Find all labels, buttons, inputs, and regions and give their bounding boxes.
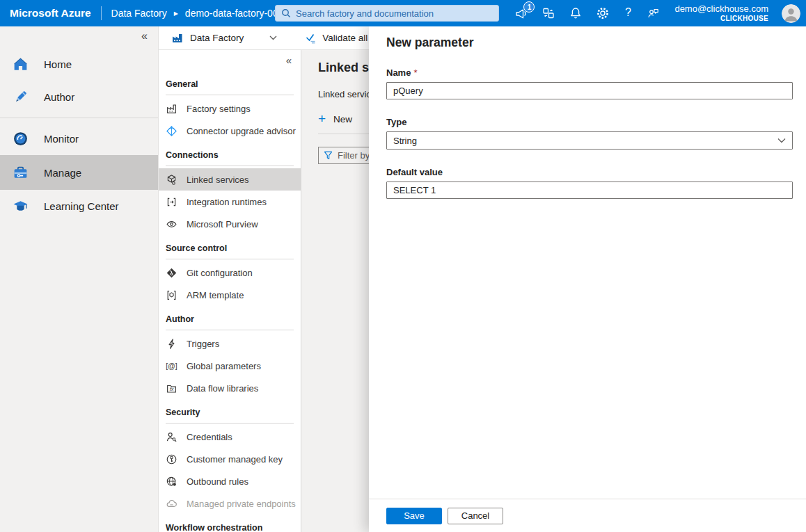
nav-item-managed-private-endpoints: Managed private endpoints	[159, 492, 301, 515]
nav-item-label: Data flow libraries	[187, 383, 258, 394]
topbar-actions: 1 ?	[514, 0, 806, 26]
validate-check-icon	[305, 32, 317, 44]
validate-all-button[interactable]: Validate all	[305, 32, 368, 44]
manage-sidebar-collapse-icon[interactable]: «	[286, 54, 292, 66]
plus-icon: +	[318, 113, 326, 124]
microsoft-azure-logo[interactable]: Microsoft Azure	[0, 7, 91, 19]
default-value-input[interactable]	[386, 182, 793, 199]
pencil-icon	[12, 88, 29, 106]
name-input[interactable]	[386, 82, 793, 99]
section-divider	[166, 259, 294, 259]
nav-item-arm-template[interactable]: ARM template	[159, 284, 301, 306]
help-button[interactable]: ?	[623, 6, 633, 20]
diamond-icon	[166, 125, 177, 137]
chevron-down-icon	[269, 35, 277, 40]
nav-item-linked-services[interactable]: Linked services	[159, 168, 301, 191]
nav-item-data-flow-libraries[interactable]: fx Data flow libraries	[159, 377, 301, 399]
section-header-connections: Connections	[166, 150, 294, 161]
account-tenant: CLICKHOUSE	[674, 15, 768, 24]
sidebar-divider	[0, 118, 158, 118]
account-email: demo@clickhouse.com	[674, 3, 768, 15]
credentials-icon	[166, 431, 177, 443]
avatar[interactable]	[782, 4, 800, 23]
account-info[interactable]: demo@clickhouse.com CLICKHOUSE	[674, 3, 768, 24]
search-input[interactable]	[296, 8, 493, 19]
nav-item-label: ARM template	[187, 290, 244, 300]
nav-item-triggers[interactable]: Triggers	[159, 332, 301, 355]
nav-item-label: Microsoft Purview	[187, 219, 258, 229]
graduation-cap-icon	[12, 198, 29, 215]
gauge-icon	[12, 130, 29, 147]
new-button-label: New	[333, 114, 352, 124]
nav-item-label: Git configuration	[187, 268, 253, 278]
arm-template-icon	[166, 289, 177, 301]
global-search-box[interactable]	[275, 5, 499, 22]
integration-runtimes-icon	[166, 196, 177, 208]
breadcrumb-factory-name[interactable]: demo-data-factory-00	[185, 8, 278, 19]
breadcrumb-caret-icon: ▶	[174, 10, 178, 17]
feedback-icon	[646, 6, 660, 20]
nav-item-label: Integration runtimes	[187, 197, 267, 207]
sidebar-item-manage[interactable]: Manage	[0, 155, 158, 190]
manage-sidebar: « General Factory settings	[159, 50, 301, 532]
cancel-button[interactable]: Cancel	[448, 508, 503, 524]
eye-icon	[166, 218, 177, 230]
section-header-workflow-orchestration-manager: Workflow orchestration manager	[166, 522, 277, 532]
topbar-separator	[101, 6, 102, 20]
section-header-author: Author	[166, 314, 294, 325]
factory-settings-icon	[166, 103, 177, 115]
section-divider	[166, 423, 294, 424]
required-asterisk: *	[413, 67, 417, 78]
nav-item-customer-managed-key[interactable]: Customer managed key	[159, 448, 301, 470]
sidebar-item-home[interactable]: Home	[0, 48, 158, 81]
validate-all-label: Validate all	[322, 33, 368, 43]
nav-item-label: Global parameters	[187, 361, 261, 371]
toolbox-icon	[12, 164, 29, 182]
switch-environment-button[interactable]	[542, 6, 555, 20]
home-icon	[12, 56, 29, 73]
section-divider	[166, 166, 294, 166]
nav-item-label: Credentials	[187, 432, 232, 442]
nav-item-label: Factory settings	[187, 104, 251, 114]
gear-icon	[596, 6, 610, 20]
sidebar-item-author[interactable]: Author	[0, 81, 158, 113]
nav-item-connector-upgrade-advisor[interactable]: Connector upgrade advisor	[159, 120, 301, 142]
type-select-value: String	[393, 136, 417, 146]
sidebar-collapse-icon[interactable]: «	[141, 30, 148, 42]
breadcrumb-section[interactable]: Data Factory	[111, 8, 167, 19]
globe-icon	[166, 476, 177, 487]
sidebar-item-label: Home	[44, 58, 72, 70]
git-icon	[166, 267, 177, 279]
section-header-security: Security	[166, 407, 294, 419]
linked-services-icon	[166, 174, 177, 186]
nav-item-credentials[interactable]: Credentials	[159, 426, 301, 448]
section-divider	[166, 95, 294, 95]
settings-button[interactable]	[596, 6, 610, 20]
type-field-label: Type	[386, 117, 793, 127]
nav-item-git-configuration[interactable]: Git configuration	[159, 261, 301, 284]
sidebar-item-monitor[interactable]: Monitor	[0, 122, 158, 155]
section-header-general: General	[166, 79, 294, 90]
nav-item-integration-runtimes[interactable]: Integration runtimes	[159, 191, 301, 213]
type-select[interactable]: String	[386, 131, 793, 150]
notifications-button[interactable]	[569, 6, 583, 20]
key-icon	[166, 453, 177, 465]
announcements-button[interactable]: 1	[514, 6, 528, 20]
save-button[interactable]: Save	[386, 508, 442, 524]
sidebar-item-learning-center[interactable]: Learning Center	[0, 190, 158, 223]
new-parameter-panel: New parameter Name* Type String Default …	[369, 26, 806, 532]
nav-item-microsoft-purview[interactable]: Microsoft Purview	[159, 213, 301, 235]
factory-icon	[171, 32, 184, 45]
sidebar-item-label: Monitor	[44, 133, 79, 145]
panel-footer: Save Cancel	[369, 499, 806, 532]
feedback-button[interactable]	[646, 6, 660, 20]
nav-item-outbound-rules[interactable]: Outbound rules	[159, 470, 301, 492]
data-flow-libraries-icon: fx	[166, 382, 177, 394]
name-field-label: Name*	[386, 67, 793, 78]
factory-selector[interactable]: Data Factory	[171, 32, 277, 45]
svg-text:fx: fx	[170, 386, 174, 392]
notification-badge: 1	[523, 1, 535, 13]
nav-item-factory-settings[interactable]: Factory settings	[159, 97, 301, 120]
nav-item-global-parameters[interactable]: [@] Global parameters	[159, 355, 301, 377]
lightning-icon	[166, 338, 177, 350]
